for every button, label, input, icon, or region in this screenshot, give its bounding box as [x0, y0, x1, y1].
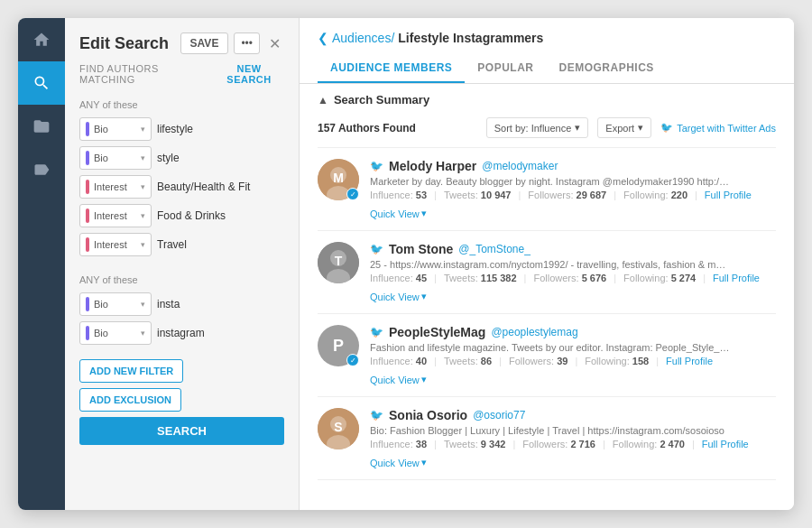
- search-summary-row: ▲ Search Summary: [318, 84, 776, 112]
- twitter-icon: 🐦: [370, 243, 383, 255]
- author-handle[interactable]: @_TomStone_: [458, 243, 531, 255]
- folder-nav-icon[interactable]: [18, 105, 65, 148]
- filter-color-bar: [86, 151, 89, 165]
- filter-type-select[interactable]: Interest ▾: [79, 233, 152, 256]
- quick-view-button[interactable]: Quick View ▾: [370, 208, 427, 219]
- breadcrumb: ❮ Audiences/ Lifestyle Instagrammers: [300, 18, 794, 54]
- filter-type-select[interactable]: Bio ▾: [79, 321, 152, 345]
- filter-group-1: Bio ▾ lifestyle Bio ▾ style Interest ▾ B…: [79, 117, 284, 262]
- breadcrumb-link[interactable]: Audiences/: [332, 31, 394, 45]
- home-nav-icon[interactable]: [18, 18, 65, 61]
- twitter-icon: 🐦: [370, 409, 383, 421]
- filter-select-arrow-icon: ▾: [141, 125, 145, 134]
- add-filter-button[interactable]: ADD NEW FILTER: [79, 359, 183, 383]
- twitter-icon: 🐦: [370, 160, 383, 172]
- author-card: S 🐦 Sonia Osorio @osorio77 Bio: Fashion …: [318, 397, 776, 480]
- add-exclusion-button[interactable]: ADD EXCLUSION: [79, 388, 181, 412]
- influence-label: Influence: 53: [370, 190, 427, 200]
- avatar-wrap: M ✓: [318, 159, 359, 200]
- authors-list: M ✓ 🐦 Melody Harper @melodymaker Markete…: [318, 148, 776, 480]
- twitter-icon: 🐦: [370, 326, 383, 338]
- avatar: S: [318, 408, 359, 449]
- svg-text:T: T: [335, 254, 343, 268]
- quick-view-button[interactable]: Quick View ▾: [370, 457, 427, 468]
- export-chevron-icon: ▾: [638, 122, 643, 134]
- filter-row: Interest ▾ Travel: [79, 233, 284, 256]
- more-options-button[interactable]: •••: [234, 32, 260, 54]
- avatar: T: [318, 242, 359, 283]
- search-button[interactable]: SEARCH: [79, 417, 284, 445]
- filter-type-select[interactable]: Bio ▾: [79, 292, 152, 316]
- author-handle[interactable]: @osorio77: [473, 409, 525, 421]
- tab-demographics[interactable]: DEMOGRAPHICS: [547, 54, 667, 83]
- filter-color-bar: [86, 122, 89, 136]
- author-handle[interactable]: @melodymaker: [482, 160, 558, 172]
- filter-type-label: Bio: [94, 124, 108, 134]
- quick-view-button[interactable]: Quick View ▾: [370, 374, 427, 385]
- search-summary-title: Search Summary: [334, 93, 429, 107]
- tweets-label: Tweets: 10 947: [444, 190, 512, 200]
- quick-view-chevron-icon: ▾: [421, 457, 427, 468]
- twitter-ads-button[interactable]: 🐦 Target with Twitter Ads: [660, 122, 776, 134]
- filter-type-select[interactable]: Bio ▾: [79, 146, 152, 170]
- full-profile-link[interactable]: Full Profile: [713, 273, 760, 283]
- search-nav-icon[interactable]: [18, 61, 65, 105]
- filter-row: Bio ▾ insta: [79, 292, 284, 316]
- breadcrumb-back-arrow[interactable]: ❮: [318, 31, 328, 45]
- new-search-button[interactable]: NEW SEARCH: [214, 63, 284, 85]
- influence-label: Influence: 38: [370, 439, 427, 449]
- author-handle[interactable]: @peoplestylemag: [491, 326, 577, 338]
- tab-audience-members[interactable]: AUDIENCE MEMBERS: [318, 54, 465, 83]
- verified-badge: ✓: [346, 188, 359, 200]
- author-card: M ✓ 🐦 Melody Harper @melodymaker Markete…: [318, 148, 776, 231]
- bottom-actions: ADD NEW FILTER ADD EXCLUSION: [79, 359, 284, 412]
- filter-color-bar: [86, 180, 89, 194]
- filter-type-label: Interest: [94, 210, 127, 221]
- full-profile-link[interactable]: Full Profile: [666, 356, 713, 366]
- group1-label: ANY of these: [79, 99, 284, 110]
- export-button[interactable]: Export ▾: [597, 117, 651, 138]
- svg-text:S: S: [334, 420, 342, 434]
- full-profile-link[interactable]: Full Profile: [702, 439, 749, 449]
- filter-type-select[interactable]: Interest ▾: [79, 204, 152, 227]
- filter-value: insta: [157, 298, 284, 310]
- panel-actions: SAVE ••• ✕: [180, 32, 284, 54]
- author-card: P ✓ 🐦 PeopleStyleMag @peoplestylemag Fas…: [318, 314, 776, 397]
- filter-color-bar: [86, 237, 89, 252]
- quick-view-chevron-icon: ▾: [421, 374, 427, 385]
- find-label: FIND authors matching: [79, 63, 214, 85]
- author-bio: 25 - https://www.instagram.com/nyctom199…: [370, 259, 731, 270]
- filter-select-arrow-icon: ▾: [141, 211, 145, 220]
- author-info: 🐦 Melody Harper @melodymaker Marketer by…: [370, 159, 776, 219]
- author-stats: Influence: 40 | Tweets: 86 | Followers: …: [370, 356, 776, 385]
- author-name-row: 🐦 Melody Harper @melodymaker: [370, 159, 776, 173]
- quick-view-button[interactable]: Quick View ▾: [370, 291, 427, 302]
- filter-type-label: Bio: [94, 299, 108, 310]
- author-bio: Fashion and lifestyle magazine. Tweets b…: [370, 342, 731, 353]
- filter-select-arrow-icon: ▾: [141, 153, 145, 162]
- author-info: 🐦 PeopleStyleMag @peoplestylemag Fashion…: [370, 325, 776, 385]
- author-name: Tom Stone: [389, 242, 453, 256]
- filter-type-label: Interest: [94, 239, 127, 250]
- filter-type-select[interactable]: Bio ▾: [79, 117, 152, 141]
- tag-nav-icon[interactable]: [18, 148, 65, 191]
- author-bio: Marketer by day. Beauty blogger by night…: [370, 176, 731, 187]
- sort-button[interactable]: Sort by: Influence ▾: [486, 117, 589, 138]
- filter-group-2: Bio ▾ insta Bio ▾ instagram: [79, 292, 284, 350]
- filter-type-select[interactable]: Interest ▾: [79, 175, 152, 199]
- filter-color-bar: [86, 208, 89, 223]
- tweets-label: Tweets: 115 382: [444, 273, 517, 283]
- quick-view-chevron-icon: ▾: [421, 208, 427, 219]
- left-panel: Edit Search SAVE ••• ✕ FIND authors matc…: [65, 18, 300, 510]
- close-button[interactable]: ✕: [265, 33, 284, 54]
- filter-select-arrow-icon: ▾: [141, 300, 145, 309]
- filter-row: Bio ▾ style: [79, 146, 284, 170]
- save-button[interactable]: SAVE: [180, 32, 229, 54]
- author-name: PeopleStyleMag: [389, 325, 485, 339]
- author-info: 🐦 Tom Stone @_TomStone_ 25 - https://www…: [370, 242, 776, 302]
- full-profile-link[interactable]: Full Profile: [705, 190, 752, 200]
- filter-value: Food & Drinks: [157, 209, 284, 222]
- tab-popular[interactable]: POPULAR: [465, 54, 546, 83]
- filter-row: Interest ▾ Beauty/Health & Fit: [79, 175, 284, 199]
- filter-select-arrow-icon: ▾: [141, 182, 145, 191]
